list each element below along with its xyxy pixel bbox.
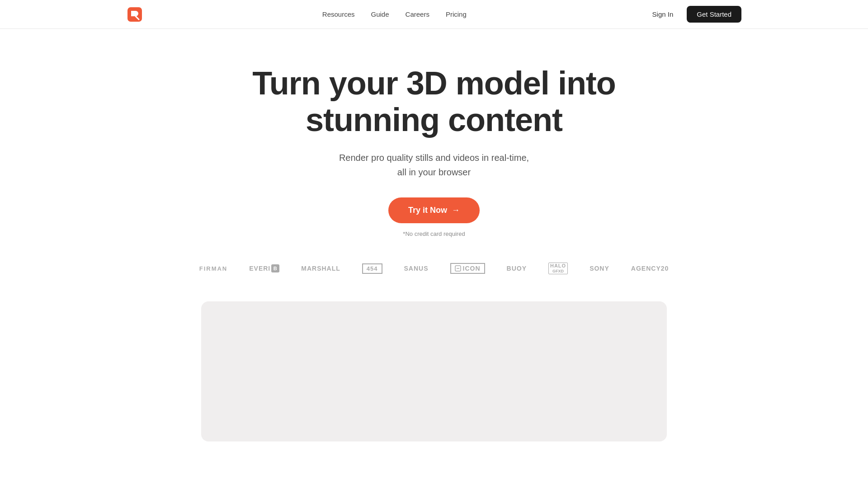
get-started-button[interactable]: Get Started (687, 6, 741, 23)
logo-454: 454 (362, 263, 382, 274)
hero-title-line2: stunning content (306, 102, 562, 138)
logo-everi: EVERI B (249, 264, 279, 272)
logo-marshall: Marshall (301, 265, 340, 272)
logo-buoy: BUOY (507, 265, 527, 272)
hero-section: Turn your 3D model into stunning content… (0, 29, 868, 469)
signin-button[interactable]: Sign In (646, 7, 680, 22)
try-now-label: Try it Now (408, 206, 447, 215)
nav-link-careers[interactable]: Careers (406, 10, 429, 18)
logo-halo: HALOGFXD (548, 263, 568, 274)
logo-sanus: SANUS (404, 265, 429, 272)
navbar: Resources Guide Careers Pricing Sign In … (0, 0, 868, 29)
nav-link-pricing[interactable]: Pricing (446, 10, 467, 18)
logo-agency20: Agency20 (631, 265, 669, 272)
no-credit-text: *No credit card required (403, 230, 465, 237)
nav-actions: Sign In Get Started (646, 6, 741, 23)
demo-area (201, 301, 667, 441)
hero-subtitle-line1: Render pro quality stills and videos in … (339, 153, 529, 163)
logo-icon (127, 6, 143, 23)
nav-links: Resources Guide Careers Pricing (322, 10, 467, 18)
logo-sony: SONY (590, 265, 609, 272)
hero-subtitle-line2: all in your browser (397, 167, 471, 177)
hero-subtitle: Render pro quality stills and videos in … (339, 150, 529, 179)
nav-link-resources[interactable]: Resources (322, 10, 355, 18)
try-now-button[interactable]: Try it Now → (388, 197, 480, 223)
nav-link-guide[interactable]: Guide (371, 10, 389, 18)
logo-firman: FIRMAN (199, 265, 228, 272)
logo[interactable] (127, 6, 143, 23)
hero-title-line1: Turn your 3D model into (252, 65, 616, 101)
logo-icon: ICON (450, 263, 485, 274)
partner-logos: FIRMAN EVERI B Marshall 454 SANUS ICON B… (181, 263, 687, 274)
arrow-icon: → (452, 206, 460, 215)
hero-title: Turn your 3D model into stunning content (252, 65, 616, 138)
